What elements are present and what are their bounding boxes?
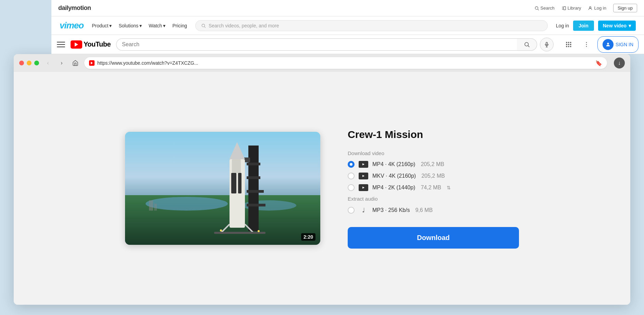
- svg-rect-14: [566, 42, 567, 43]
- svg-rect-33: [247, 176, 260, 179]
- format-option-mp3[interactable]: ♩ MP3 · 256 Kb/s 9,6 MB: [348, 206, 519, 214]
- maximize-button[interactable]: [34, 61, 39, 65]
- download-button[interactable]: Download: [348, 227, 519, 249]
- dm-search-nav[interactable]: Search: [534, 5, 555, 11]
- minimize-button[interactable]: [27, 61, 32, 65]
- youtube-logo-icon: [71, 40, 82, 49]
- format-size-mp4-4k: 205,2 MB: [421, 161, 444, 167]
- svg-point-6: [590, 7, 591, 8]
- video-format-icon: [359, 184, 368, 191]
- menu-icon[interactable]: [57, 40, 65, 49]
- search-button[interactable]: [517, 38, 537, 51]
- vimeo-nav-product[interactable]: Product ▾: [92, 23, 112, 28]
- vimeo-bar: vimeo Product ▾ Solutions ▾ Watch ▾ Pric…: [51, 16, 644, 35]
- chevron-down-icon: ▾: [109, 23, 112, 28]
- svg-point-7: [202, 24, 205, 27]
- svg-point-24: [586, 44, 587, 45]
- vimeo-nav: Product ▾ Solutions ▾ Watch ▾ Pricing: [92, 23, 187, 28]
- vimeo-search-bar[interactable]: Search videos, people, and more: [195, 20, 548, 31]
- chevron-down-icon: ▾: [163, 23, 165, 28]
- svg-rect-22: [570, 46, 571, 47]
- url-bar[interactable]: https://www.youtube.com/watch?v=Z4TXCZG.…: [84, 57, 607, 69]
- svg-rect-18: [568, 44, 569, 45]
- signin-button[interactable]: SIGN IN: [597, 36, 639, 53]
- svg-rect-19: [570, 44, 571, 45]
- radio-mkv-4k[interactable]: [348, 173, 355, 179]
- extract-audio-label: Extract audio: [348, 196, 519, 202]
- back-button[interactable]: ‹: [43, 58, 53, 68]
- youtube-bar: YouTube SIGN IN: [51, 35, 644, 54]
- svg-line-10: [528, 46, 529, 47]
- svg-point-0: [535, 7, 538, 9]
- format-size-mp3: 9,6 MB: [415, 207, 433, 213]
- download-panel: Crew-1 Mission Download video MP4 · 4K (…: [348, 128, 519, 249]
- format-option-mp4-4k[interactable]: MP4 · 4K (2160p) 205,2 MB: [348, 161, 519, 168]
- vimeo-new-video-button[interactable]: New video ▾: [598, 21, 636, 31]
- format-option-mkv-4k[interactable]: MKV · 4K (2160p) 205,2 MB: [348, 173, 519, 179]
- bookmark-icon[interactable]: 🔖: [595, 60, 602, 66]
- chevron-down-icon: ▾: [139, 23, 142, 28]
- download-arrow-button[interactable]: ↓: [614, 58, 625, 68]
- vimeo-join-button[interactable]: Join: [573, 21, 594, 31]
- svg-rect-21: [568, 46, 569, 47]
- home-button[interactable]: [71, 58, 80, 68]
- apps-icon[interactable]: [562, 38, 575, 51]
- svg-point-23: [586, 42, 587, 43]
- vimeo-nav-watch[interactable]: Watch ▾: [149, 23, 165, 28]
- format-label-mp4-4k: MP4 · 4K (2160p): [372, 161, 415, 167]
- svg-rect-34: [247, 190, 264, 193]
- duration-badge: 2:20: [301, 233, 315, 241]
- avatar: [603, 39, 614, 50]
- url-text: https://www.youtube.com/watch?v=Z4TXCZG.…: [97, 60, 593, 66]
- svg-point-26: [607, 42, 609, 44]
- svg-point-25: [586, 46, 587, 47]
- svg-line-1: [537, 9, 538, 10]
- yt-search-wrap: [116, 38, 554, 51]
- dailymotion-logo: dailymotion: [58, 4, 91, 12]
- svg-rect-20: [566, 46, 567, 47]
- more-options-icon[interactable]: [580, 38, 593, 51]
- youtube-logo[interactable]: YouTube: [71, 40, 111, 49]
- download-video-label: Download video: [348, 150, 519, 156]
- spinner-icon: ⇅: [447, 185, 451, 190]
- format-size-mp4-2k: 74,2 MB: [421, 185, 441, 191]
- video-title: Crew-1 Mission: [348, 128, 519, 141]
- svg-rect-11: [546, 42, 547, 45]
- vimeo-login-button[interactable]: Log in: [556, 23, 569, 28]
- svg-rect-16: [570, 42, 571, 43]
- svg-point-46: [258, 230, 260, 232]
- mic-button[interactable]: [540, 38, 554, 51]
- format-label-mkv-4k: MKV · 4K (2160p): [372, 173, 416, 179]
- radio-mp3[interactable]: [348, 207, 355, 214]
- radio-mp4-4k[interactable]: [348, 161, 355, 168]
- svg-point-9: [525, 42, 529, 46]
- dm-login-nav[interactable]: Log in: [588, 5, 606, 11]
- chrome-window-controls: [19, 61, 39, 65]
- vimeo-nav-pricing[interactable]: Pricing: [172, 23, 187, 28]
- content-area: 2:20 Crew-1 Mission Download video MP4 ·…: [14, 72, 630, 305]
- radio-mp4-2k[interactable]: [348, 184, 355, 191]
- close-button[interactable]: [19, 61, 24, 65]
- vimeo-nav-solutions[interactable]: Solutions ▾: [119, 23, 142, 28]
- video-format-icon: [359, 161, 368, 168]
- vimeo-actions: Log in Join New video ▾: [556, 21, 636, 31]
- chevron-down-icon: ▾: [629, 23, 631, 28]
- dm-library-nav[interactable]: Library: [561, 5, 581, 11]
- svg-rect-35: [247, 204, 265, 206]
- format-label-mp3: MP3 · 256 Kb/s: [372, 207, 410, 213]
- forward-button[interactable]: ›: [57, 58, 66, 68]
- svg-point-29: [146, 197, 228, 211]
- svg-rect-32: [247, 163, 260, 165]
- music-icon: ♩: [359, 206, 368, 214]
- format-label-mp4-2k: MP4 · 2K (1440p): [372, 185, 415, 191]
- browser-window: ‹ › https://www.youtube.com/watch?v=Z4TX…: [14, 54, 630, 305]
- video-format-icon: [359, 173, 368, 179]
- svg-rect-40: [238, 173, 242, 193]
- format-option-mp4-2k[interactable]: MP4 · 2K (1440p) 74,2 MB ⇅: [348, 184, 519, 191]
- svg-point-45: [220, 229, 222, 231]
- dm-signup-button[interactable]: Sign up: [613, 4, 637, 12]
- format-size-mkv-4k: 205,2 MB: [421, 173, 445, 179]
- search-input[interactable]: [116, 38, 517, 51]
- svg-rect-15: [568, 42, 569, 43]
- chrome-titlebar: ‹ › https://www.youtube.com/watch?v=Z4TX…: [14, 54, 630, 72]
